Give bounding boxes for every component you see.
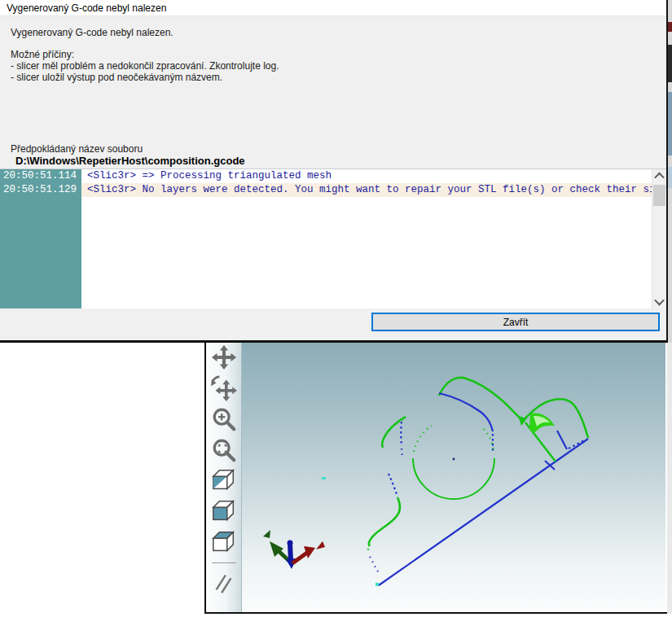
expected-filename: D:\Windows\RepetierHost\composition.gcod… [15, 155, 245, 167]
zoom-in-icon[interactable] [209, 405, 239, 433]
log-timestamp: 20:50:51.129 [0, 183, 81, 197]
chevron-down-icon [654, 295, 665, 306]
close-button-label: Zavřít [503, 317, 529, 328]
cause-line: - slicer uložil výstup pod neočekávaným … [11, 72, 279, 83]
view-front-icon[interactable] [209, 498, 239, 526]
view-isometric-icon[interactable] [209, 467, 239, 495]
rotate-icon[interactable] [209, 374, 239, 402]
cause-line: - slicer měl problém a nedokončil zpraco… [11, 60, 279, 72]
dialog-title: Vygenerovaný G-code nebyl nalezen [7, 2, 166, 14]
dialog-message: Vygenerovaný G-code nebyl nalezen. [11, 27, 173, 38]
log-timestamp: 20:50:51.114 [0, 169, 81, 183]
parallel-projection-icon[interactable] [209, 569, 239, 597]
filename-label: Předpokládaný název souboru [11, 143, 143, 155]
view-top-icon[interactable] [209, 529, 239, 557]
toolbar-divider [212, 562, 236, 563]
log-row: 20:50:51.129 <Slic3r> No layers were det… [0, 183, 652, 197]
right-gutter [667, 343, 672, 614]
zoom-fit-icon[interactable] [209, 436, 239, 464]
scroll-down-button[interactable] [652, 295, 666, 308]
log-message: <Slic3r> No layers were detected. You mi… [81, 183, 652, 197]
log-message: <Slic3r> => Processing triangulated mesh [81, 169, 652, 183]
scroll-up-button[interactable] [652, 169, 666, 183]
causes-block: Možné příčiny: - slicer měl problém a ne… [11, 49, 279, 83]
edge-sliver [668, 167, 672, 188]
causes-header: Možné příčiny: [11, 49, 279, 60]
log-scrollbar[interactable] [652, 169, 666, 308]
move-icon[interactable] [209, 344, 239, 371]
scrollbar-thumb[interactable] [653, 185, 665, 206]
edge-sliver [668, 22, 672, 32]
view-toolbar [206, 343, 242, 612]
background-window-edge [668, 0, 672, 343]
slicer-log[interactable]: 20:50:51.114 <Slic3r> => Processing tria… [0, 168, 666, 308]
origin-axes-indicator [263, 530, 325, 569]
toolpath-render [242, 343, 665, 612]
workspace [0, 343, 672, 614]
chevron-up-icon [654, 173, 665, 183]
3d-viewport[interactable] [242, 343, 665, 612]
dialog-titlebar[interactable]: Vygenerovaný G-code nebyl nalezen [0, 0, 666, 16]
log-row: 20:50:51.114 <Slic3r> => Processing tria… [0, 169, 652, 183]
edge-sliver [668, 92, 672, 155]
edge-sliver [668, 45, 672, 82]
close-button[interactable]: Zavřít [371, 313, 660, 331]
3d-view-panel [204, 343, 667, 614]
gcode-not-found-dialog: Vygenerovaný G-code nebyl nalezen Vygene… [0, 0, 668, 343]
